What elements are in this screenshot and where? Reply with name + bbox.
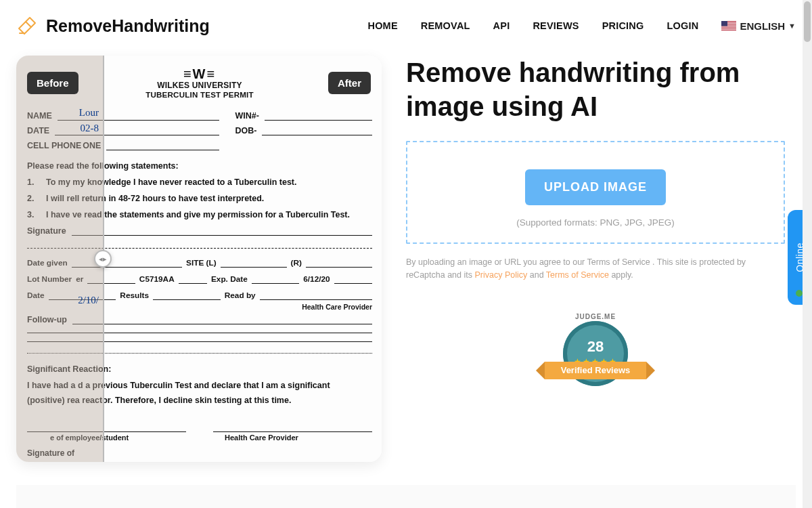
- before-label: Before: [27, 72, 78, 94]
- nav-login[interactable]: LOGIN: [667, 20, 699, 31]
- reviews-badge[interactable]: JUDGE.ME 28 ★★★★★ Verified Reviews: [545, 313, 646, 394]
- after-label: After: [328, 72, 371, 94]
- flag-us-icon: [721, 21, 736, 30]
- scrollbar-thumb[interactable]: [804, 1, 811, 42]
- online-status-icon: [796, 290, 803, 297]
- hw-name: Lour: [79, 107, 99, 119]
- before-overlay: Lour 02-8 2/10/: [16, 56, 103, 462]
- brand-logo-icon: [16, 15, 38, 37]
- terms-of-service-link[interactable]: Terms of Service: [546, 270, 609, 280]
- page-title: Remove handwriting from image using AI: [406, 56, 785, 123]
- brand-name: RemoveHandwriting: [46, 16, 210, 36]
- nav-removal[interactable]: REMOVAL: [421, 20, 470, 31]
- upload-image-button[interactable]: UPLOAD IMAGE: [525, 169, 666, 205]
- upload-disclaimer: By uploading an image or URL you agree t…: [406, 256, 785, 282]
- upload-dropzone[interactable]: UPLOAD IMAGE (Supported formats: PNG, JP…: [406, 141, 785, 244]
- judgeme-label: JUDGE.ME: [545, 313, 646, 320]
- svg-rect-7: [721, 21, 727, 26]
- svg-rect-4: [721, 26, 736, 27]
- nav-home[interactable]: HOME: [367, 20, 397, 31]
- slider-handle[interactable]: ◂▸: [94, 250, 112, 268]
- svg-rect-6: [721, 29, 736, 30]
- reviews-count: 28: [587, 338, 604, 356]
- svg-rect-5: [721, 28, 736, 28]
- verified-reviews-label: Verified Reviews: [545, 362, 646, 379]
- scrollbar[interactable]: [803, 0, 812, 508]
- hw-date: 02-8: [81, 123, 99, 134]
- nav-api[interactable]: API: [493, 20, 510, 31]
- nav-pricing[interactable]: PRICING: [602, 20, 644, 31]
- before-after-preview[interactable]: ≡W≡ WILKES UNIVERSITY TUBERCULIN TEST PE…: [16, 56, 382, 462]
- hw-date2: 2/10/: [78, 295, 99, 306]
- main-nav: HOME REMOVAL API REVIEWS PRICING LOGIN E…: [367, 20, 796, 32]
- supported-formats: (Supported formats: PNG, JPG, JPEG): [414, 217, 777, 228]
- footer-band: [16, 485, 796, 508]
- caret-down-icon: ▼: [788, 22, 796, 30]
- nav-reviews[interactable]: REVIEWS: [533, 20, 579, 31]
- language-label: ENGLISH: [740, 20, 785, 32]
- privacy-policy-link[interactable]: Privacy Policy: [474, 270, 527, 280]
- language-selector[interactable]: ENGLISH ▼: [721, 20, 796, 32]
